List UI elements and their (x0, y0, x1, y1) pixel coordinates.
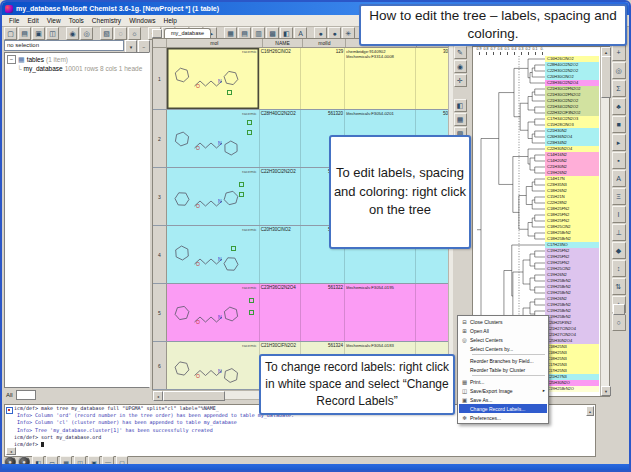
lines-icon[interactable]: Ξ (612, 188, 626, 205)
menu-item-label: Preferences... (470, 415, 501, 421)
play-icon[interactable]: ▸ (612, 134, 626, 151)
callout-how-to-edit: How to edit the tree – labels, spacing a… (359, 4, 627, 46)
molecule-structure: ON (169, 117, 259, 166)
perp-icon[interactable]: ⊥ (612, 224, 626, 241)
menu-item-print[interactable]: ▦Print... (459, 377, 547, 386)
collapse-icon[interactable]: − (7, 55, 16, 64)
menu-item-reorder-table-by-cluster[interactable]: Reorder Table by Cluster (459, 365, 547, 374)
menu-item-change-record-labels[interactable]: Change Record Labels... (459, 404, 547, 413)
menu-help[interactable]: Help (160, 16, 181, 25)
box-icon[interactable]: ■ (612, 116, 626, 133)
console-scroll-up-icon[interactable]: ▴ (586, 406, 594, 416)
find-binoculars-icon[interactable]: ◉ (454, 60, 467, 73)
menu-tools[interactable]: Tools (65, 16, 88, 25)
stereo-marker (227, 90, 232, 95)
camera-icon[interactable]: ▧ (100, 27, 113, 40)
menu-item-save-export-image[interactable]: ◫Save/Export Image▸ (459, 386, 547, 395)
ibeam-icon[interactable]: I (612, 206, 626, 223)
mol-cell[interactable]: racemicON (167, 110, 260, 167)
stereo-marker (249, 310, 254, 315)
menu-item-preferences[interactable]: ✻Preferences... (459, 413, 547, 422)
molecule-structure: ON (169, 291, 259, 340)
move-icon[interactable]: + (612, 44, 626, 61)
scroll-left-icon[interactable]: ◂ (153, 391, 163, 401)
svg-text:N: N (218, 140, 222, 146)
open-folder-icon[interactable]: ▤ (18, 27, 31, 40)
svg-text:O: O (196, 83, 200, 89)
table-row[interactable]: 5racemicONC23H36Cl2N2O4561322lifechemica… (153, 284, 450, 342)
edit-pencil-icon[interactable]: ✎ (454, 46, 467, 59)
menu-item-open-all[interactable]: ⊞Open All (459, 326, 547, 335)
tab-my-database[interactable]: my_database (164, 28, 211, 38)
selection-combo[interactable]: no selection (4, 40, 124, 51)
menu-file[interactable]: File (5, 16, 23, 25)
save-icon[interactable]: ▣ (32, 27, 45, 40)
filter-well[interactable] (16, 390, 36, 400)
row-number: 4 (153, 226, 167, 283)
diamond-icon[interactable]: ◆ (612, 242, 626, 259)
dot-icon[interactable]: ▪ (612, 152, 626, 169)
stereo-marker (249, 298, 254, 303)
pick-icon[interactable]: ✛ (454, 74, 467, 87)
sum-icon[interactable]: Σ (612, 80, 626, 97)
console-scroll-left-icon[interactable]: ◂ (6, 447, 16, 455)
scroll-thumb[interactable] (601, 56, 611, 98)
mol-cell[interactable]: racemicON (167, 342, 260, 389)
menu-item-label: Save As... (470, 397, 493, 403)
save-all-icon[interactable]: ◫ (46, 27, 59, 40)
find-icon[interactable]: ◉ (66, 27, 79, 40)
axis-tick (507, 52, 508, 55)
menu-item-label: Save/Export Image (470, 388, 513, 394)
mol-cell[interactable]: racemicON (167, 284, 260, 341)
swap-icon[interactable]: ⇅ (612, 278, 626, 295)
lamp-icon[interactable]: ☼ (128, 27, 141, 40)
column-header-mol[interactable]: mol (167, 39, 263, 47)
zoom-icon[interactable]: ◎ (612, 62, 626, 79)
column-header-cut[interactable] (153, 39, 167, 47)
tree-leaf-label[interactable]: C19H25BrN2O (545, 386, 599, 392)
zoom-icon[interactable]: ◌ (114, 27, 127, 40)
tree-item-tables[interactable]: − ▦ tables (1 item) (7, 55, 147, 64)
tree-item-my-database[interactable]: └ my_database 10001 rows 8 cols 1 heade (7, 64, 147, 73)
stereo-marker (247, 120, 252, 125)
menu-item-label: Change Record Labels... (470, 406, 525, 412)
menu-item-reorder-branches-by-field[interactable]: Reorder Branches by Field... (459, 356, 547, 365)
menu-item-close-clusters[interactable]: ⊟Close Clusters (459, 317, 547, 326)
all-label: All (6, 392, 13, 398)
menu-edit[interactable]: Edit (23, 16, 42, 25)
axis-tick-label: 0.2 (526, 47, 531, 51)
extra-cell: 30 (416, 48, 450, 109)
scroll-down-icon[interactable]: ▼ (601, 386, 611, 396)
mol-cell[interactable]: racemicON (167, 48, 260, 109)
tree-vertical-scrollbar[interactable]: ▲ ▼ (600, 47, 609, 396)
menu-item-select-centers-by[interactable]: Select Centers by... (459, 344, 547, 353)
chirality-label: racemic (242, 111, 257, 116)
circle-icon[interactable]: ○ (612, 314, 626, 331)
axis-tick-label: 0.5 (505, 47, 510, 51)
menu-item-save-as[interactable]: ▣Save As... (459, 395, 547, 404)
column-header-NAME[interactable]: NAME (263, 39, 304, 47)
table-row[interactable]: 1racemicONC16H26ClNO2129chembridge:91409… (153, 48, 450, 110)
card-view-icon[interactable]: ◧ (454, 99, 467, 112)
svg-text:N: N (218, 256, 222, 262)
tree-item-count: (1 item) (46, 55, 68, 64)
find-next-icon[interactable]: ◎ (80, 27, 93, 40)
grid-view-icon[interactable]: ▦ (454, 113, 467, 126)
menu-item-select-centers[interactable]: ◎Select Centers (459, 335, 547, 344)
scroll-thumb[interactable] (163, 391, 225, 401)
vendor-line: lifechemicals:F3314-0008 (346, 54, 414, 59)
tab-corner-button[interactable] (152, 29, 162, 38)
console-prompt-icon (6, 407, 13, 414)
tree-item-label: my_database (24, 64, 63, 73)
menu-view[interactable]: View (43, 16, 65, 25)
mol-cell[interactable]: racemicON (167, 168, 260, 225)
clover-icon[interactable]: ♣ (612, 98, 626, 115)
column-header-molId[interactable]: molId (303, 39, 346, 47)
menu-windows[interactable]: Windows (125, 16, 159, 25)
label-icon[interactable]: A (612, 170, 626, 187)
menu-chemistry[interactable]: Chemistry (88, 16, 125, 25)
new-file-icon[interactable]: ▢ (4, 27, 17, 40)
updown-icon[interactable]: ↕ (612, 260, 626, 277)
chirality-label: racemic (242, 343, 257, 348)
mol-cell[interactable]: racemicON (167, 226, 260, 283)
